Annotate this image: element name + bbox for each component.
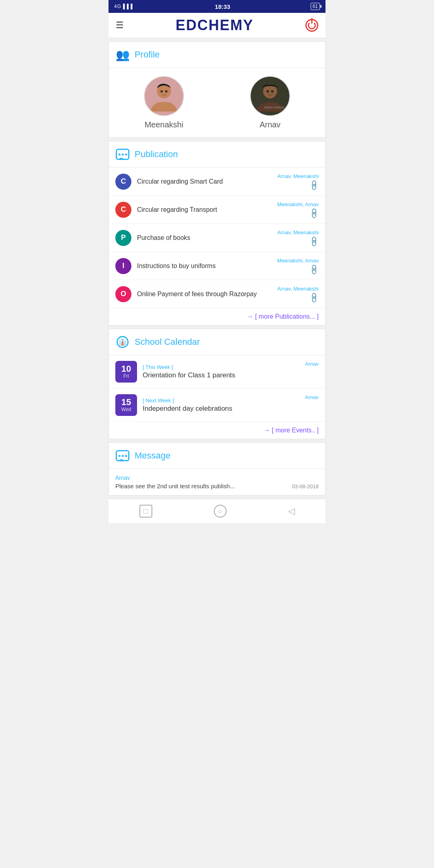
nav-square-icon[interactable]: □ <box>139 505 152 518</box>
publication-chat-icon <box>115 147 130 162</box>
pub-names-4: Arnav, Meenakshi <box>277 286 319 292</box>
calendar-title: School Calendar <box>135 337 200 347</box>
publication-section: Publication C Circular regarding Smart C… <box>108 141 326 326</box>
status-bar: 4G ▌▌▌ 18:33 61 <box>108 0 326 13</box>
publication-header: Publication <box>109 141 325 168</box>
app-bar: ☰ EDCHEMY <box>108 13 326 38</box>
cal-item-1[interactable]: 15 Wed [ Next Week ] Independent day cel… <box>109 389 325 422</box>
signal-strength: 4G ▌▌▌ <box>114 4 135 9</box>
bottom-nav: □ ○ ◁ <box>108 499 326 523</box>
profile-arnav[interactable]: NEED SPACE! Arnav <box>223 76 317 129</box>
svg-point-2 <box>160 90 163 93</box>
message-header: Message <box>109 443 325 469</box>
attachment-icon-4: 🔗 <box>308 291 320 304</box>
avatar-meenakshi <box>144 76 184 116</box>
profile-name-arnav: Arnav <box>260 120 280 129</box>
pub-item-4[interactable]: O Online Payment of fees through Razorpa… <box>109 280 325 308</box>
svg-point-7 <box>271 90 274 93</box>
message-title: Message <box>135 450 170 461</box>
cal-date-0: 10 Fri <box>115 361 137 383</box>
msg-student-0: Arnav <box>115 475 319 481</box>
pub-badge-1: C <box>115 202 131 218</box>
cal-event-title-1: Independent day celebrations <box>143 405 299 413</box>
pub-item-3[interactable]: I Instructions to buy uniforms Meenakshi… <box>109 252 325 280</box>
clock: 18:33 <box>215 3 230 10</box>
svg-point-3 <box>165 90 168 93</box>
pub-title-2: Purchase of books <box>137 234 277 242</box>
pub-title-3: Instructions to buy uniforms <box>137 262 277 270</box>
message-section: Message Arnav Please see the 2nd unit te… <box>108 442 326 495</box>
more-events-link[interactable]: → [ more Events.. ] <box>109 422 325 439</box>
profile-meenakshi[interactable]: Meenakshi <box>117 76 211 129</box>
pub-names-3: Meenakshi, Arnav <box>277 258 319 264</box>
calendar-header: 👔 School Calendar <box>109 329 325 355</box>
nav-circle-icon[interactable]: ○ <box>214 505 227 518</box>
profile-title: Profile <box>135 49 160 60</box>
cal-event-title-0: Orientation for Class 1 parents <box>143 371 299 379</box>
pub-badge-2: P <box>115 230 131 246</box>
msg-text-0: Please see the 2nd unit test results pub… <box>115 483 288 489</box>
cal-week-1: [ Next Week ] <box>143 397 299 403</box>
profile-header: 👥 Profile <box>109 42 325 68</box>
cal-item-0[interactable]: 10 Fri [ This Week ] Orientation for Cla… <box>109 355 325 389</box>
cal-date-1: 15 Wed <box>115 394 137 416</box>
app-title: EDCHEMY <box>176 17 254 34</box>
pub-names-0: Arnav, Meenakshi <box>277 173 319 179</box>
attachment-icon-1: 🔗 <box>308 207 320 219</box>
menu-icon[interactable]: ☰ <box>116 20 124 31</box>
pub-names-1: Meenakshi, Arnav <box>277 201 319 207</box>
profile-name-meenakshi: Meenakshi <box>145 120 184 129</box>
attachment-icon-2: 🔗 <box>308 235 320 248</box>
svg-text:NEED SPACE!: NEED SPACE! <box>264 106 285 109</box>
pub-title-4: Online Payment of fees through Razorpay <box>137 291 277 298</box>
pub-names-2: Arnav, Meenakshi <box>277 229 319 235</box>
msg-date-0: 03-08-2018 <box>292 483 319 489</box>
attachment-icon-0: 🔗 <box>308 179 320 191</box>
profile-container: Meenakshi NEED SPACE! Arnav <box>109 68 325 137</box>
attachment-icon-3: 🔗 <box>308 263 320 276</box>
pub-title-0: Circular regarding Smart Card <box>137 178 277 185</box>
pub-badge-3: I <box>115 258 131 274</box>
pub-item-2[interactable]: P Purchase of books Arnav, Meenakshi 🔗 <box>109 224 325 252</box>
pub-item-0[interactable]: C Circular regarding Smart Card Arnav, M… <box>109 168 325 196</box>
calendar-section: 👔 School Calendar 10 Fri [ This Week ] O… <box>108 329 326 439</box>
avatar-arnav: NEED SPACE! <box>250 76 290 116</box>
svg-point-6 <box>266 90 269 93</box>
message-chat-icon <box>115 448 130 463</box>
nav-back-icon[interactable]: ◁ <box>288 506 295 516</box>
people-icon: 👥 <box>115 47 130 62</box>
cal-student-1: Arnav <box>305 394 319 400</box>
message-item-0[interactable]: Arnav Please see the 2nd unit test resul… <box>109 469 325 495</box>
pub-title-1: Circular regarding Transport <box>137 206 277 213</box>
profile-section: 👥 Profile Meenakshi <box>108 41 326 138</box>
power-icon[interactable] <box>305 19 318 32</box>
cal-week-0: [ This Week ] <box>143 364 299 370</box>
cal-student-0: Arnav <box>305 361 319 367</box>
battery-indicator: 61 <box>311 3 320 10</box>
pub-badge-4: O <box>115 286 131 302</box>
more-publications-link[interactable]: → [ more Publications... ] <box>109 308 325 325</box>
publication-title: Publication <box>135 149 178 160</box>
pub-item-1[interactable]: C Circular regarding Transport Meenakshi… <box>109 196 325 224</box>
calendar-tie-icon: 👔 <box>115 335 130 349</box>
pub-badge-0: C <box>115 174 131 190</box>
